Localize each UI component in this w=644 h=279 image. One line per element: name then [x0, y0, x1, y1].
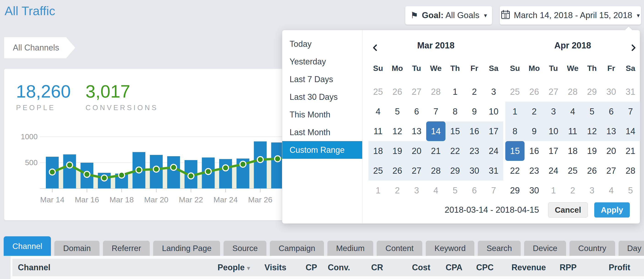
day-cell[interactable]: 28 [426, 161, 446, 181]
day-cell[interactable]: 27 [544, 82, 563, 102]
day-cell[interactable]: 28 [621, 161, 640, 181]
day-cell[interactable]: 25 [368, 82, 388, 102]
day-cell[interactable]: 4 [426, 181, 446, 200]
tab-medium[interactable]: Medium [328, 241, 373, 256]
day-cell[interactable]: 20 [407, 141, 426, 161]
day-cell[interactable]: 26 [388, 82, 407, 102]
column-header-rpp[interactable]: RPP [546, 263, 576, 272]
selected-day-cell[interactable]: 15 [505, 141, 524, 161]
day-cell[interactable]: 19 [582, 141, 602, 161]
day-cell[interactable]: 8 [505, 121, 524, 141]
day-cell[interactable]: 20 [602, 141, 621, 161]
day-cell[interactable]: 31 [484, 161, 503, 181]
column-header-visits[interactable]: Visits [250, 263, 286, 272]
breadcrumb[interactable]: All Channels [4, 37, 75, 58]
day-cell[interactable]: 29 [582, 82, 602, 102]
tab-content[interactable]: Content [377, 241, 422, 256]
column-header-conv[interactable]: Conv. [317, 263, 350, 272]
tab-country[interactable]: Country [570, 241, 615, 256]
apply-button[interactable]: Apply [594, 202, 630, 217]
day-cell[interactable]: 16 [465, 121, 484, 141]
day-cell[interactable]: 10 [544, 121, 563, 141]
next-month-icon[interactable] [629, 41, 638, 50]
day-cell[interactable]: 11 [368, 121, 388, 141]
day-cell[interactable]: 26 [388, 161, 407, 181]
tab-landing-page[interactable]: Landing Page [153, 241, 220, 256]
day-cell[interactable]: 1 [505, 102, 524, 121]
day-cell[interactable]: 27 [602, 161, 621, 181]
day-cell[interactable]: 27 [407, 82, 426, 102]
preset-today[interactable]: Today [282, 35, 362, 53]
day-cell[interactable]: 1 [368, 181, 388, 200]
day-cell[interactable]: 21 [426, 141, 446, 161]
day-cell[interactable]: 16 [524, 141, 544, 161]
day-cell[interactable]: 28 [426, 82, 446, 102]
preset-yesterday[interactable]: Yesterday [282, 53, 362, 71]
column-header-cr[interactable]: CR [350, 263, 383, 272]
day-cell[interactable]: 29 [446, 161, 465, 181]
day-cell[interactable]: 2 [388, 181, 407, 200]
day-cell[interactable]: 11 [563, 121, 582, 141]
day-cell[interactable]: 12 [388, 121, 407, 141]
prev-month-icon[interactable] [371, 41, 380, 50]
day-cell[interactable]: 14 [621, 121, 640, 141]
day-cell[interactable]: 6 [407, 102, 426, 121]
day-cell[interactable]: 9 [465, 102, 484, 121]
preset-last-7-days[interactable]: Last 7 Days [282, 71, 362, 88]
day-cell[interactable]: 30 [465, 161, 484, 181]
day-cell[interactable]: 30 [602, 82, 621, 102]
day-cell[interactable]: 19 [388, 141, 407, 161]
day-cell[interactable]: 2 [524, 102, 544, 121]
day-cell[interactable]: 5 [582, 102, 602, 121]
day-cell[interactable]: 6 [602, 102, 621, 121]
day-cell[interactable]: 30 [524, 181, 544, 200]
day-cell[interactable]: 17 [544, 141, 563, 161]
tab-keyword[interactable]: Keyword [426, 241, 474, 256]
day-cell[interactable]: 8 [446, 102, 465, 121]
day-cell[interactable]: 6 [465, 181, 484, 200]
day-cell[interactable]: 1 [446, 82, 465, 102]
day-cell[interactable]: 1 [544, 181, 563, 200]
day-cell[interactable]: 3 [484, 82, 503, 102]
tab-channel[interactable]: Channel [4, 236, 51, 256]
day-cell[interactable]: 25 [563, 161, 582, 181]
date-range-dropdown-button[interactable]: March 14, 2018 - April 15, 2018 ▾ [500, 6, 641, 25]
day-cell[interactable]: 24 [544, 161, 563, 181]
day-cell[interactable]: 17 [484, 121, 503, 141]
tab-source[interactable]: Source [224, 241, 266, 256]
cancel-button[interactable]: Cancel [548, 202, 588, 217]
column-header-people[interactable]: People▾ [204, 263, 250, 272]
day-cell[interactable]: 7 [426, 102, 446, 121]
column-header-cpc[interactable]: CPC [462, 263, 494, 272]
day-cell[interactable]: 9 [524, 121, 544, 141]
day-cell[interactable]: 4 [602, 181, 621, 200]
day-cell[interactable]: 5 [446, 181, 465, 200]
day-cell[interactable]: 22 [446, 141, 465, 161]
day-cell[interactable]: 4 [563, 102, 582, 121]
goal-dropdown-button[interactable]: ⚑ Goal: All Goals ▾ [405, 6, 492, 25]
preset-custom-range[interactable]: Custom Range [282, 141, 362, 159]
day-cell[interactable]: 29 [505, 181, 524, 200]
day-cell[interactable]: 5 [388, 102, 407, 121]
day-cell[interactable]: 13 [602, 121, 621, 141]
day-cell[interactable]: 3 [544, 102, 563, 121]
preset-last-30-days[interactable]: Last 30 Days [282, 88, 362, 106]
day-cell[interactable]: 7 [621, 102, 640, 121]
column-header-cp[interactable]: CP [286, 263, 317, 272]
column-header-cpa[interactable]: CPA [430, 263, 462, 272]
day-cell[interactable]: 28 [563, 82, 582, 102]
tab-campaign[interactable]: Campaign [270, 241, 324, 256]
day-cell[interactable]: 15 [446, 121, 465, 141]
tab-referrer[interactable]: Referrer [103, 241, 150, 256]
day-cell[interactable]: 3 [582, 181, 602, 200]
tab-domain[interactable]: Domain [54, 241, 100, 256]
tab-device[interactable]: Device [524, 241, 566, 256]
day-cell[interactable]: 18 [368, 141, 388, 161]
day-cell[interactable]: 26 [582, 161, 602, 181]
day-cell[interactable]: 22 [505, 161, 524, 181]
day-cell[interactable]: 23 [465, 141, 484, 161]
column-header-channel[interactable]: Channel [12, 263, 204, 272]
day-cell[interactable]: 12 [582, 121, 602, 141]
day-cell[interactable]: 2 [465, 82, 484, 102]
preset-last-month[interactable]: Last Month [282, 123, 362, 141]
